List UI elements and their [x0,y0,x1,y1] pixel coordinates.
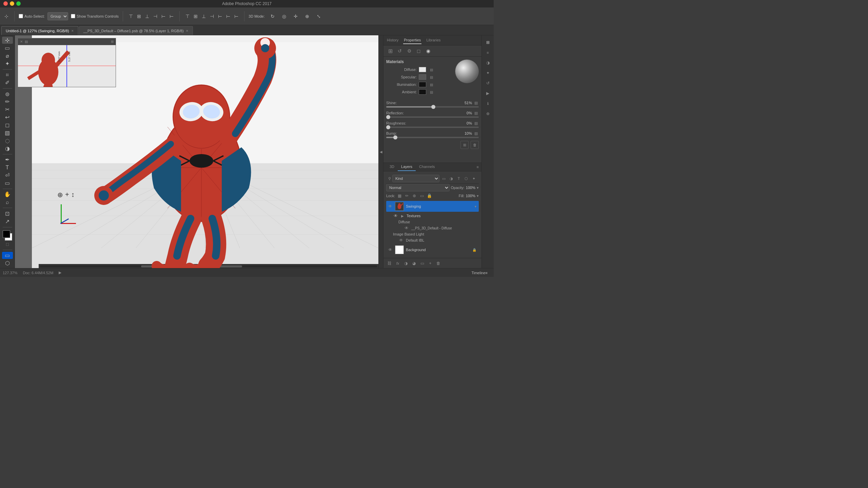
bump-folder-icon[interactable]: ▤ [473,131,479,136]
transform-y-icon[interactable]: ↕ [71,191,75,199]
shine-thumb[interactable] [431,105,435,109]
opacity-value[interactable]: 100% [466,186,475,190]
mode-switch[interactable]: ⬚ [2,241,13,248]
align-center-v-icon[interactable]: ⊞ [135,13,143,20]
diffuse-btn[interactable]: ▤ [428,67,434,72]
shape-filter-icon[interactable]: ⬡ [463,175,469,182]
align-right-icon[interactable]: ⊢ [168,13,175,20]
delete-layer-icon[interactable]: 🗑 [435,260,442,267]
show-transform-input[interactable] [71,14,75,18]
textures-group[interactable]: 👁 ▶ Textures [386,212,479,219]
align-top-icon[interactable]: ⊤ [127,13,135,20]
eyedropper-tool[interactable]: ✐ [2,79,13,86]
textures-vis-icon[interactable]: 👁 [393,213,398,219]
reflection-value[interactable]: 0% [467,111,472,115]
minimize-button[interactable] [10,1,14,6]
blur-tool[interactable]: ◌ [2,137,13,144]
properties-tab[interactable]: Properties [403,37,421,44]
text-filter-icon[interactable]: T [456,175,462,182]
lock-position-icon[interactable]: ✏ [404,193,410,199]
dist-left-icon[interactable]: ⊣ [208,13,216,20]
bump-value[interactable]: 10% [465,131,472,135]
swinging-vis-icon[interactable]: 👁 [388,204,393,209]
adjustments-icon[interactable]: ◑ [484,58,492,67]
auto-select-input[interactable] [19,14,23,18]
reflection-folder-icon[interactable]: ▤ [473,110,479,116]
status-arrow[interactable]: ▶ [59,270,61,275]
zoom-tool[interactable]: ⌕ [2,199,13,206]
panel-collapse[interactable]: ◀ [378,35,383,268]
panel-masks-icon[interactable]: ◻ [415,47,423,55]
panel-adjustments-icon[interactable]: ⚙ [405,47,413,55]
group-select[interactable]: Group [47,12,68,20]
actions-icon[interactable]: ▶ [484,89,492,98]
diffuse-color[interactable] [419,67,426,72]
move-tool-icon[interactable]: ⊹ [3,13,10,20]
add-group-icon[interactable]: ▭ [419,260,426,267]
lock-artboard-icon[interactable]: ▭ [419,193,425,199]
shine-track[interactable] [386,106,479,108]
lock-move-icon[interactable]: ⊕ [411,193,417,199]
marquee-tool[interactable]: ▭ [2,44,13,52]
ps3d-item[interactable]: 👁 __PS_3D_Default - Diffuse [386,225,479,231]
3d-btn[interactable]: ⬡ [2,260,13,267]
history-icon[interactable]: ↺ [484,79,492,88]
transform-x-icon[interactable]: + [65,191,69,199]
text-tool[interactable]: T [2,164,13,171]
tab-diffuse[interactable]: __PS_3D_Default – Diffuse1.psb @ 78.5% (… [79,26,193,35]
libraries-tab[interactable]: Libraries [426,37,441,44]
panel-menu-icon[interactable]: ≡ [477,165,479,169]
align-bottom-icon[interactable]: ⊥ [143,13,151,20]
illumination-color[interactable] [419,82,426,87]
textures-expand-icon[interactable]: ▶ [400,214,405,218]
auto-select-checkbox[interactable]: Auto-Select: [19,14,45,18]
layer-swinging[interactable]: 👁 Swinging ▾ [386,201,479,212]
3d-rotate-icon[interactable]: ↻ [268,11,278,21]
add-layer-icon[interactable]: + [427,260,434,267]
transform-tool[interactable]: ↗ [2,218,13,225]
illumination-btn[interactable]: ▤ [428,82,434,87]
channels-layer-tab[interactable]: Channels [416,163,438,171]
3d-slide-icon[interactable]: ⊕ [302,11,312,21]
fg-color-swatch[interactable] [3,230,10,238]
opacity-chevron[interactable]: ▾ [477,186,479,190]
dist-top-icon[interactable]: ⊤ [184,13,191,20]
align-left-icon[interactable]: ⊣ [152,13,159,20]
adj-filter-icon[interactable]: ◑ [448,175,454,182]
panel-materials-icon[interactable]: ◉ [424,47,432,55]
bump-track[interactable] [386,137,479,138]
add-mask-icon[interactable]: ◑ [402,260,409,267]
dist-right-icon[interactable]: ⊢ [224,13,232,20]
link-layers-icon[interactable]: ⛓ [386,260,393,267]
specular-color[interactable] [419,74,426,80]
canvas-area[interactable]: ⊕ + ↕ ✕ [15,35,378,268]
tab-close-1[interactable]: ✕ [71,29,74,33]
clone-tool[interactable]: ✂ [2,106,13,113]
brush-tool[interactable]: ✏ [2,98,13,105]
history-brush-tool[interactable]: ↩ [2,114,13,121]
swinging-expand-icon[interactable]: ▾ [473,204,477,208]
reflection-track[interactable] [386,116,479,118]
tab-untitled[interactable]: Untitled-1 @ 127% (Swinging, RGB/8) ✕ [1,26,78,35]
preview-expand-icon[interactable]: ⊞ [111,40,114,43]
transform-move-icon[interactable]: ⊕ [57,191,63,199]
dist-h-icon[interactable]: ⊢ [216,13,224,20]
3d-scale-icon[interactable]: ⤡ [314,11,324,21]
info-icon[interactable]: ℹ [484,99,492,108]
fill-chevron[interactable]: ▾ [477,194,479,198]
rect-layer-btn[interactable]: ▭ [2,252,13,259]
custom-tool[interactable]: ⊡ [2,210,13,217]
3d-roll-icon[interactable]: ◎ [279,11,289,21]
heal-tool[interactable]: ⊚ [2,91,13,98]
reflection-thumb[interactable] [386,115,390,119]
path-select-tool[interactable]: ⏎ [2,172,13,179]
collapse-icon[interactable]: ◀ [380,150,382,154]
material-delete-icon[interactable]: 🗑 [471,141,479,149]
show-transform-checkbox[interactable]: Show Transform Controls [71,14,119,18]
lock-all-icon[interactable]: 🔒 [426,193,432,199]
layers-panel-icon[interactable]: ⊞ [484,38,492,47]
pixel-filter-icon[interactable]: ▭ [441,175,447,182]
crop-tool[interactable]: ⌗ [2,71,13,78]
history-tab[interactable]: History [386,37,399,44]
roughness-value[interactable]: 0% [467,121,472,125]
